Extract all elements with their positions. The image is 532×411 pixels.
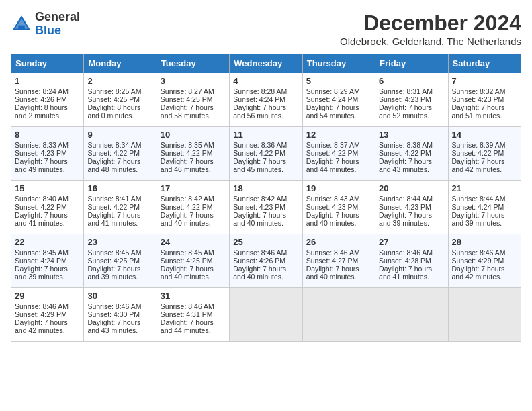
day-number: 25 — [233, 237, 298, 247]
day-info: Daylight: 7 hours — [15, 211, 80, 219]
day-info: Daylight: 7 hours — [15, 265, 80, 273]
day-info: and 51 minutes. — [452, 111, 517, 120]
location-title: Oldebroek, Gelderland, The Netherlands — [340, 36, 521, 47]
day-info: and 41 minutes. — [87, 219, 152, 227]
day-info: Sunset: 4:24 PM — [452, 203, 517, 211]
day-number: 17 — [161, 183, 226, 193]
day-info: Daylight: 7 hours — [306, 211, 371, 219]
day-info: Sunset: 4:22 PM — [161, 203, 226, 211]
day-info: Daylight: 7 hours — [452, 265, 517, 273]
day-info: Daylight: 7 hours — [452, 103, 517, 111]
day-number: 23 — [87, 237, 152, 247]
day-info: Sunrise: 8:29 AM — [306, 87, 371, 95]
day-info: Daylight: 7 hours — [87, 157, 152, 165]
day-info: and 40 minutes. — [161, 219, 226, 227]
col-header-saturday: Saturday — [448, 54, 521, 73]
day-info: Sunrise: 8:44 AM — [452, 195, 517, 203]
day-info: Sunrise: 8:34 AM — [87, 141, 152, 149]
day-number: 24 — [161, 237, 226, 247]
day-info: Sunrise: 8:46 AM — [87, 302, 152, 310]
day-info: and 42 minutes. — [15, 326, 80, 334]
calendar-cell: 13Sunrise: 8:38 AMSunset: 4:22 PMDayligh… — [375, 127, 448, 181]
day-info: Sunrise: 8:27 AM — [161, 87, 226, 95]
day-number: 27 — [379, 237, 444, 247]
calendar-cell: 20Sunrise: 8:44 AMSunset: 4:23 PMDayligh… — [375, 181, 448, 234]
day-info: Daylight: 7 hours — [161, 103, 226, 111]
week-row-3: 15Sunrise: 8:40 AMSunset: 4:22 PMDayligh… — [11, 181, 521, 234]
day-info: Daylight: 7 hours — [87, 265, 152, 273]
day-info: Sunrise: 8:28 AM — [233, 87, 298, 95]
day-info: Sunset: 4:24 PM — [306, 95, 371, 103]
calendar-cell: 19Sunrise: 8:43 AMSunset: 4:23 PMDayligh… — [302, 181, 375, 234]
day-info: Sunrise: 8:25 AM — [87, 87, 152, 95]
day-info: Sunset: 4:31 PM — [161, 310, 226, 318]
day-info: Daylight: 7 hours — [87, 318, 152, 326]
day-info: Sunrise: 8:40 AM — [15, 195, 80, 203]
day-number: 4 — [233, 76, 298, 86]
day-info: Sunrise: 8:42 AM — [161, 195, 226, 203]
day-info: and 40 minutes. — [306, 273, 371, 281]
col-header-tuesday: Tuesday — [157, 54, 229, 73]
day-info: and 40 minutes. — [233, 219, 298, 227]
day-number: 20 — [379, 183, 444, 193]
day-info: Sunrise: 8:37 AM — [306, 141, 371, 149]
month-title: December 2024 — [340, 11, 521, 36]
day-info: Daylight: 7 hours — [161, 211, 226, 219]
col-header-sunday: Sunday — [11, 54, 84, 73]
col-header-thursday: Thursday — [302, 54, 375, 73]
day-info: Daylight: 7 hours — [233, 211, 298, 219]
calendar-table: SundayMondayTuesdayWednesdayThursdayFrid… — [11, 54, 521, 342]
col-header-wednesday: Wednesday — [230, 54, 302, 73]
calendar-cell: 26Sunrise: 8:46 AMSunset: 4:27 PMDayligh… — [302, 234, 375, 288]
day-info: and 41 minutes. — [15, 219, 80, 227]
day-info: Sunrise: 8:46 AM — [379, 248, 444, 257]
day-info: Daylight: 7 hours — [379, 157, 444, 165]
day-info: Sunrise: 8:35 AM — [161, 141, 226, 149]
day-info: Daylight: 7 hours — [452, 157, 517, 165]
day-info: Daylight: 7 hours — [15, 318, 80, 326]
calendar-cell: 31Sunrise: 8:46 AMSunset: 4:31 PMDayligh… — [157, 288, 229, 342]
day-info: Sunset: 4:29 PM — [15, 310, 80, 318]
calendar-cell: 5Sunrise: 8:29 AMSunset: 4:24 PMDaylight… — [302, 73, 375, 127]
day-info: and 43 minutes. — [87, 326, 152, 334]
day-info: Daylight: 7 hours — [306, 103, 371, 111]
day-info: and 45 minutes. — [233, 165, 298, 173]
calendar-cell: 25Sunrise: 8:46 AMSunset: 4:26 PMDayligh… — [230, 234, 302, 288]
day-info: and 39 minutes. — [87, 273, 152, 281]
day-info: Sunrise: 8:45 AM — [161, 248, 226, 257]
day-info: Daylight: 7 hours — [15, 157, 80, 165]
calendar-cell: 17Sunrise: 8:42 AMSunset: 4:22 PMDayligh… — [157, 181, 229, 234]
day-number: 11 — [233, 130, 298, 140]
calendar-cell: 12Sunrise: 8:37 AMSunset: 4:22 PMDayligh… — [302, 127, 375, 181]
day-info: Sunrise: 8:46 AM — [15, 302, 80, 310]
calendar-cell: 23Sunrise: 8:45 AMSunset: 4:25 PMDayligh… — [84, 234, 157, 288]
day-number: 22 — [15, 237, 80, 247]
calendar-cell: 6Sunrise: 8:31 AMSunset: 4:23 PMDaylight… — [375, 73, 448, 127]
day-info: Sunrise: 8:42 AM — [233, 195, 298, 203]
day-info: Daylight: 7 hours — [233, 157, 298, 165]
day-info: Sunset: 4:22 PM — [452, 149, 517, 157]
day-info: and 54 minutes. — [306, 111, 371, 120]
day-info: Daylight: 8 hours — [15, 103, 80, 111]
day-info: Sunset: 4:25 PM — [161, 95, 226, 103]
week-row-2: 8Sunrise: 8:33 AMSunset: 4:23 PMDaylight… — [11, 127, 521, 181]
day-info: Sunset: 4:23 PM — [15, 149, 80, 157]
page-header: General Blue December 2024 Oldebroek, Ge… — [11, 11, 521, 47]
day-info: Daylight: 7 hours — [233, 103, 298, 111]
calendar-cell: 24Sunrise: 8:45 AMSunset: 4:25 PMDayligh… — [157, 234, 229, 288]
day-info: Sunrise: 8:39 AM — [452, 141, 517, 149]
day-info: and 44 minutes. — [306, 165, 371, 173]
day-info: Sunrise: 8:46 AM — [233, 248, 298, 257]
day-info: Sunrise: 8:41 AM — [87, 195, 152, 203]
day-info: Sunrise: 8:43 AM — [306, 195, 371, 203]
day-info: and 49 minutes. — [15, 165, 80, 173]
day-info: Sunrise: 8:38 AM — [379, 141, 444, 149]
day-number: 30 — [87, 291, 152, 301]
day-number: 9 — [87, 130, 152, 140]
day-info: Sunrise: 8:36 AM — [233, 141, 298, 149]
day-number: 1 — [15, 76, 80, 86]
day-info: Sunrise: 8:24 AM — [15, 87, 80, 95]
day-info: Sunset: 4:22 PM — [15, 203, 80, 211]
calendar-cell: 18Sunrise: 8:42 AMSunset: 4:23 PMDayligh… — [230, 181, 302, 234]
day-info: and 52 minutes. — [379, 111, 444, 120]
